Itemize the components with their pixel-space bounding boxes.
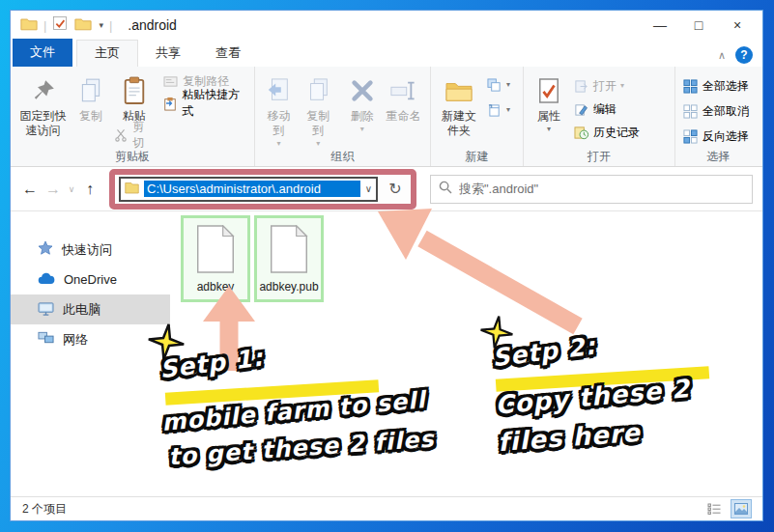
invert-selection-button[interactable]: 反向选择 bbox=[679, 126, 752, 146]
maximize-button[interactable]: □ bbox=[679, 13, 718, 38]
easy-access-icon bbox=[486, 102, 502, 119]
titlebar-separator: | bbox=[43, 18, 46, 33]
open-caret-icon: ▾ bbox=[620, 83, 624, 89]
address-text[interactable]: C:\Users\administrator\.android bbox=[144, 181, 360, 197]
network-icon bbox=[38, 331, 54, 348]
select-none-label: 全部取消 bbox=[702, 103, 749, 120]
close-button[interactable]: × bbox=[718, 13, 757, 38]
onedrive-cloud-icon bbox=[38, 272, 55, 288]
new-folder-button[interactable]: 新建文件夹 bbox=[435, 71, 483, 138]
file-list-area[interactable]: adbkey adbkey.pub bbox=[170, 211, 762, 496]
this-pc-monitor-icon bbox=[38, 301, 54, 319]
new-item-caret-icon: ▾ bbox=[506, 82, 510, 88]
status-bar: 2 个项目 bbox=[11, 496, 762, 520]
address-bar[interactable]: C:\Users\administrator\.android ∨ bbox=[119, 177, 378, 202]
move-to-label: 移动到 bbox=[262, 109, 296, 138]
qat-customize-caret-icon[interactable]: ▾ bbox=[99, 20, 103, 30]
sidebar-item-label: 快速访问 bbox=[62, 241, 112, 259]
file-adbkey-pub[interactable]: adbkey.pub bbox=[254, 215, 324, 302]
edit-label: 编辑 bbox=[593, 101, 616, 118]
tab-view[interactable]: 查看 bbox=[198, 41, 258, 67]
ribbon-group-open: 属性 ▾ 打开 ▾ bbox=[524, 67, 675, 166]
new-folder-icon bbox=[444, 75, 474, 106]
easy-access-button[interactable]: ▾ bbox=[483, 100, 513, 120]
properties-label: 属性 bbox=[537, 109, 560, 124]
file-adbkey[interactable]: adbkey bbox=[181, 215, 250, 302]
copy-path-icon bbox=[162, 73, 179, 90]
titlebar-separator2: | bbox=[109, 18, 112, 33]
copy-to-label: 复制到 bbox=[301, 109, 335, 138]
refresh-icon[interactable]: ↻ bbox=[384, 178, 407, 201]
tab-share[interactable]: 共享 bbox=[138, 41, 198, 67]
explorer-window: | ▾ | .android — □ × 文件 主页 共享 bbox=[10, 10, 763, 521]
search-box[interactable] bbox=[430, 175, 753, 204]
group-label-clipboard: 剪贴板 bbox=[11, 149, 254, 166]
file-name: adbkey bbox=[186, 280, 245, 294]
sidebar-item-onedrive[interactable]: OneDrive bbox=[11, 265, 170, 294]
paste-button[interactable]: 粘贴 bbox=[110, 71, 158, 124]
address-bar-annotation-box: C:\Users\administrator\.android ∨ ↻ bbox=[109, 169, 416, 210]
qat-new-folder-icon[interactable] bbox=[74, 16, 92, 35]
search-input[interactable] bbox=[459, 182, 744, 196]
copy-to-icon bbox=[302, 75, 333, 106]
window-controls: — □ × bbox=[641, 13, 757, 38]
recent-locations-caret-icon[interactable]: ∨ bbox=[65, 178, 78, 201]
delete-caret-icon: ▾ bbox=[360, 126, 364, 132]
back-button[interactable]: ← bbox=[18, 178, 42, 201]
invert-selection-label: 反向选择 bbox=[702, 128, 749, 145]
qat-properties-icon[interactable] bbox=[52, 15, 68, 35]
properties-button[interactable]: 属性 ▾ bbox=[528, 71, 570, 132]
select-all-label: 全部选择 bbox=[702, 78, 749, 95]
pin-label: 固定到快速访问 bbox=[17, 109, 69, 138]
sidebar-item-quick-access[interactable]: 快速访问 bbox=[11, 235, 170, 265]
forward-button[interactable]: → bbox=[42, 178, 65, 201]
delete-label: 删除 bbox=[351, 109, 374, 124]
minimize-button[interactable]: — bbox=[641, 13, 679, 38]
ribbon-group-clipboard: 固定到快速访问 复制 粘贴 bbox=[11, 67, 255, 166]
quick-access-star-icon bbox=[38, 240, 53, 259]
large-icons-view-icon[interactable] bbox=[731, 500, 751, 518]
up-button[interactable]: ↑ bbox=[78, 178, 101, 201]
edit-icon bbox=[573, 101, 589, 118]
copy-button[interactable]: 复制 bbox=[72, 71, 110, 124]
new-item-button[interactable]: ▾ bbox=[483, 75, 513, 95]
rename-button[interactable]: 重命名 bbox=[381, 71, 426, 124]
scissors-icon bbox=[113, 127, 129, 144]
tab-file[interactable]: 文件 bbox=[13, 39, 72, 67]
copy-to-button[interactable]: 复制到 ▾ bbox=[299, 71, 338, 147]
window-folder-icon bbox=[20, 16, 38, 35]
rename-label: 重命名 bbox=[386, 109, 420, 124]
move-to-button[interactable]: 移动到 ▾ bbox=[259, 71, 299, 147]
copy-icon bbox=[75, 75, 106, 106]
cut-label: 剪切 bbox=[132, 119, 155, 152]
help-icon[interactable]: ? bbox=[735, 46, 753, 64]
select-none-icon bbox=[682, 103, 699, 120]
sidebar-item-label: OneDrive bbox=[64, 272, 117, 287]
cut-button[interactable]: 剪切 bbox=[110, 126, 158, 145]
sidebar: 快速访问 OneDrive 此电脑 bbox=[11, 211, 170, 496]
select-all-button[interactable]: 全部选择 bbox=[679, 76, 752, 96]
open-button[interactable]: 打开 ▾ bbox=[570, 76, 643, 96]
history-button[interactable]: 历史记录 bbox=[570, 123, 643, 142]
properties-caret-icon: ▾ bbox=[547, 126, 551, 132]
ribbon-group-new: 新建文件夹 ▾ ▾ bbox=[431, 67, 524, 166]
paste-shortcut-label: 粘贴快捷方式 bbox=[182, 87, 247, 120]
details-view-icon[interactable] bbox=[704, 500, 724, 518]
collapse-ribbon-icon[interactable]: ∧ bbox=[718, 49, 726, 62]
tab-home[interactable]: 主页 bbox=[76, 40, 138, 67]
invert-selection-icon bbox=[682, 128, 699, 145]
pin-to-quick-access-button[interactable]: 固定到快速访问 bbox=[14, 71, 72, 138]
sidebar-item-network[interactable]: 网络 bbox=[11, 324, 170, 354]
sidebar-item-this-pc[interactable]: 此电脑 bbox=[11, 294, 170, 324]
rename-icon bbox=[387, 75, 418, 106]
ribbon-tabs: 文件 主页 共享 查看 ∧ ? bbox=[11, 40, 762, 67]
address-dropdown-icon[interactable]: ∨ bbox=[365, 183, 372, 194]
edit-button[interactable]: 编辑 bbox=[570, 99, 643, 119]
screenshot-root: | ▾ | .android — □ × 文件 主页 共享 bbox=[0, 0, 774, 532]
properties-icon bbox=[533, 75, 564, 106]
paste-icon bbox=[119, 75, 150, 106]
delete-x-icon bbox=[347, 75, 378, 106]
delete-button[interactable]: 删除 ▾ bbox=[344, 71, 381, 132]
paste-shortcut-button[interactable]: 粘贴快捷方式 bbox=[159, 94, 250, 113]
select-none-button[interactable]: 全部取消 bbox=[679, 101, 752, 121]
